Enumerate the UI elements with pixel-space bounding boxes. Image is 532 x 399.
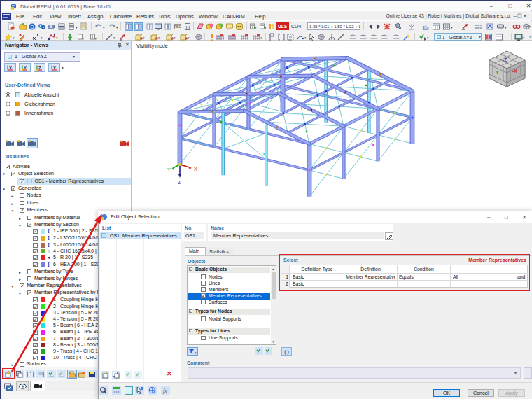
svg-text:FBD: FBD (174, 24, 181, 29)
svg-text:fx: fx (163, 388, 167, 394)
svg-text:D: D (30, 24, 34, 29)
svg-text:0.00: 0.00 (113, 390, 120, 394)
